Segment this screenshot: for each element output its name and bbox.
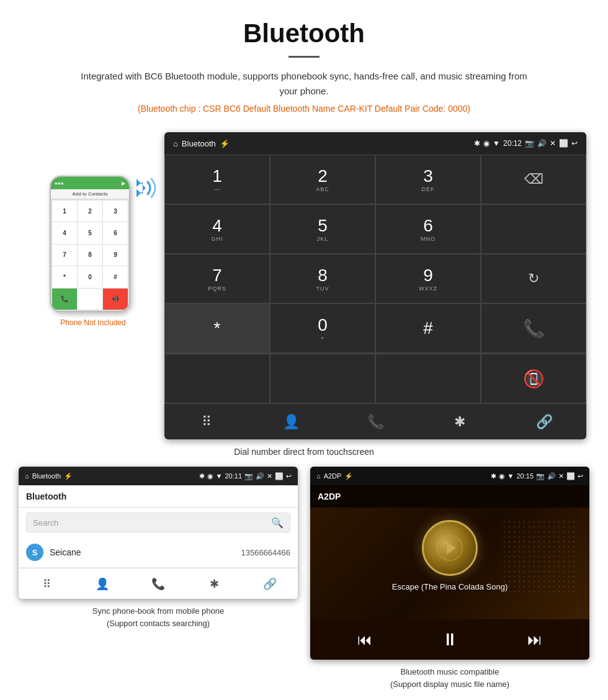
ms-bt-icon: ✱ [491,472,496,480]
pb-home-icon: ⌂ [25,472,29,480]
dial-key-4[interactable]: 4 GHI [164,204,270,254]
title-section: Bluetooth Integrated with BC6 Bluetooth … [0,0,608,120]
phone-keypad: 1 2 3 4 5 6 7 8 9 * 0 # 📞 [51,199,129,311]
content-area: ●●●▶ Add to Contacts 1 2 3 4 5 6 7 8 [0,132,608,690]
pb-screen-icon: ⬜ [275,472,284,480]
ms-time: 20:15 [516,472,534,480]
pb-search-area: Search 🔍 [19,508,298,537]
dial-empty-bottom-1 [164,354,270,403]
status-label: Bluetooth [182,139,216,148]
pb-search-box[interactable]: Search 🔍 [26,513,290,532]
pb-back-icon: ↩ [286,472,292,480]
dial-key-6[interactable]: 6 MNO [375,204,481,254]
pb-cam-icon: 📷 [244,472,253,480]
phone-key-star: * [52,266,77,287]
dial-endcall-button-2[interactable]: 📵 [481,354,586,403]
pb-bottom-bar: ⠿ 👤 📞 ✱ 🔗 [19,568,298,599]
ms-song-title: Escape (The Pina Colada Song) [392,582,507,591]
usb-icon: ⚡ [220,139,230,148]
pb-nav-phone[interactable]: 📞 [130,568,186,599]
ms-status-bar: ⌂ A2DP ⚡ ✱ ◉ ▼ 20:15 📷 🔊 ✕ ⬜ ↩ [310,467,589,485]
dial-key-9[interactable]: 9 WXYZ [375,254,481,303]
ms-next-button[interactable]: ⏭ [527,631,542,648]
nav-link-icon[interactable]: 🔗 [502,404,586,439]
music-caption: Bluetooth music compatible(Support displ… [390,666,509,690]
dial-grid: 1 — 2 ABC 3 DEF ⌫ 4 GHI [164,155,586,353]
svg-rect-1 [503,520,577,595]
ms-vol-icon: 🔊 [547,472,556,480]
pb-usb-icon: ⚡ [64,472,73,480]
phone-key-call: 📞 [52,289,77,310]
pb-nav-dialpad[interactable]: ⠿ [19,568,74,599]
pb-nav-link[interactable]: 🔗 [242,568,298,599]
ms-prev-button[interactable]: ⏮ [357,631,372,648]
android-bottom-nav: ⠿ 👤 📞 ✱ 🔗 [164,403,586,439]
phone-key-3: 3 [103,200,128,222]
nav-dialpad-icon[interactable]: ⠿ [164,404,249,439]
pb-status-label: Bluetooth [32,472,61,480]
ms-home-icon: ⌂ [316,472,321,480]
top-section: ●●●▶ Add to Contacts 1 2 3 4 5 6 7 8 [19,132,589,439]
dial-refresh-button[interactable]: ↻ [481,254,586,303]
nav-phone-icon[interactable]: 📞 [333,404,418,439]
phone-key-9: 9 [103,245,128,266]
ms-x-icon: ✕ [558,472,564,480]
dial-key-1[interactable]: 1 — [164,155,270,204]
bluetooth-icon: ✱ [474,139,480,148]
phone-key-2: 2 [78,200,102,222]
ms-usb-icon: ⚡ [344,472,353,480]
bottom-section: ⌂ Bluetooth ⚡ ✱ ◉ ▼ 20:11 📷 🔊 ✕ ⬜ ↩ [19,467,589,690]
pb-status-bar: ⌂ Bluetooth ⚡ ✱ ◉ ▼ 20:11 📷 🔊 ✕ ⬜ ↩ [19,467,298,485]
dial-key-5[interactable]: 5 JKL [270,204,375,254]
close-icon: ✕ [550,139,556,148]
pb-search-placeholder: Search [33,518,58,527]
pb-contact-row[interactable]: S Seicane 13566664466 [19,537,298,568]
dial-key-7[interactable]: 7 PQRS [164,254,270,303]
dial-key-2[interactable]: 2 ABC [270,155,375,204]
phone-key-0: 0 [78,266,102,287]
status-right: ✱ ◉ ▼ 20:12 📷 🔊 ✕ ⬜ ↩ [474,139,578,148]
dial-key-star[interactable]: * [164,303,270,353]
screen-icon: ⬜ [559,139,568,148]
time-display: 20:12 [503,139,522,148]
phonebook-caption: Sync phone-book from mobile phone(Suppor… [92,605,224,629]
phone-side: ●●●▶ Add to Contacts 1 2 3 4 5 6 7 8 [22,132,164,327]
page-title: Bluetooth [12,19,596,48]
pb-contact-avatar: S [26,544,43,561]
camera-icon: 📷 [525,139,534,148]
phone-graphic: ●●●▶ Add to Contacts 1 2 3 4 5 6 7 8 [43,163,143,312]
status-left: ⌂ Bluetooth ⚡ [173,139,230,148]
ms-playpause-button[interactable]: ⏸ [441,629,458,650]
nav-contacts-icon[interactable]: 👤 [249,404,333,439]
pb-contact-name: Seicane [50,547,241,557]
location-icon: ◉ [483,139,490,148]
specs-line: (Bluetooth chip : CSR BC6 Default Blueto… [12,104,596,114]
pb-nav-bluetooth[interactable]: ✱ [186,568,242,599]
dial-call-button[interactable]: 📞 [481,303,586,353]
phone-key-6: 6 [103,222,128,243]
ms-controls: ⏮ ⏸ ⏭ [310,619,589,660]
dial-key-3[interactable]: 3 DEF [375,155,481,204]
pb-nav-contacts[interactable]: 👤 [74,568,130,599]
phone-key-1: 1 [52,200,77,222]
home-icon: ⌂ [173,139,178,148]
dial-key-hash[interactable]: # [375,303,481,353]
ms-album-art [422,520,478,576]
phone-key-empty [78,289,102,310]
dial-backspace-button[interactable]: ⌫ [481,155,586,204]
ms-title-bar: A2DP [310,485,589,508]
ms-dots-background [503,520,577,595]
nav-bluetooth-icon[interactable]: ✱ [418,404,502,439]
phone-key-5: 5 [78,222,102,243]
pb-search-icon: 🔍 [271,517,284,529]
dial-key-8[interactable]: 8 TUV [270,254,375,303]
dial-empty-r2 [481,204,586,254]
phone-not-included-label: Phone Not Included [60,318,125,327]
music-screen: ⌂ A2DP ⚡ ✱ ◉ ▼ 20:15 📷 🔊 ✕ ⬜ ↩ [310,467,589,660]
ms-loc-icon: ◉ [499,472,505,480]
pb-bt-icon: ✱ [199,472,205,480]
dial-key-0[interactable]: 0 + [270,303,375,353]
phone-contact-bar: Add to Contacts [51,189,129,199]
phone-key-8: 8 [78,245,102,266]
ms-album-area: Escape (The Pina Colada Song) [310,508,589,619]
